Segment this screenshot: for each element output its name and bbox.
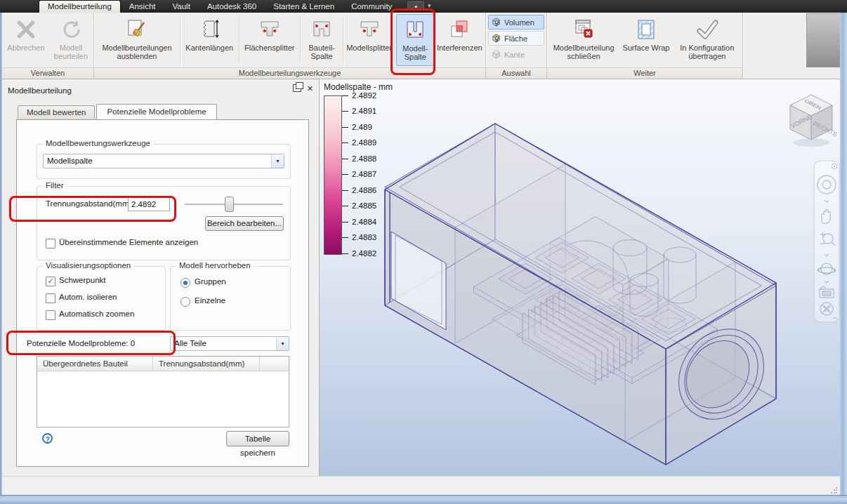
- volumen-label: Volumen: [504, 18, 534, 27]
- groupbox-label: Modell hervorheben: [176, 261, 254, 270]
- edge-length-icon: [197, 15, 221, 44]
- abbrechen-button[interactable]: Abbrechen: [3, 14, 49, 66]
- kantenlaengen-label: Kantenlängen: [185, 44, 233, 52]
- part-gap-icon: [310, 15, 334, 44]
- edge-select-icon: [491, 49, 501, 60]
- group-label-weiter: Weiter: [547, 67, 742, 79]
- groupbox-label: Visualisierungsoptionen: [43, 261, 133, 270]
- ribbon-collapse-icon: ▲: [407, 1, 424, 11]
- menu-tab-community[interactable]: Community: [343, 1, 400, 13]
- cancel-x-icon: [14, 15, 38, 44]
- flaechensplitter-label: Flächensplitter: [244, 44, 295, 52]
- problems-table[interactable]: Übergeordnetes Bauteil Trennungsabstand(…: [37, 356, 289, 427]
- tab-modell-bewerten[interactable]: Modell bewerten: [18, 105, 95, 119]
- modellsplitter-button[interactable]: Modellsplitter: [344, 14, 394, 66]
- groupbox-visualisierung: Visualisierungsoptionen ✓ Schwerpunkt Au…: [37, 266, 166, 331]
- gruppen-radio[interactable]: [180, 278, 190, 288]
- flaechensplitter-button[interactable]: Flächensplitter: [240, 14, 299, 66]
- resize-grip-icon[interactable]: [830, 487, 837, 494]
- panel-tabs: Modell bewerten Potenzielle Modellproble…: [18, 104, 218, 119]
- matching-elements-checkbox[interactable]: [46, 239, 55, 248]
- tool-dropdown[interactable]: Modellspalte ▼: [43, 154, 284, 168]
- einzelne-label: Einzelne: [195, 296, 225, 305]
- ribbon-group-werkzeuge: Modellbeurteilungen ausblenden Kantenlän…: [94, 13, 486, 79]
- autom-isolieren-checkbox[interactable]: [46, 293, 55, 303]
- chevron-down-icon: ▼: [271, 154, 284, 168]
- in-konfiguration-button[interactable]: In Konfiguration übertragen: [673, 14, 742, 66]
- modell-beurteilen-button[interactable]: Modell beurteilen: [49, 14, 93, 66]
- interference-icon: [447, 15, 471, 44]
- bereich-bearbeiten-button[interactable]: Bereich bearbeiten...: [205, 216, 284, 231]
- groupbox-filter: Filter Trennungsabstand(mm) Bereich bear…: [37, 186, 291, 260]
- modellbeurteilung-schliessen-button[interactable]: Modellbeurteilung schließen: [548, 14, 619, 66]
- viewport-3d[interactable]: Modellspalte - mm 2.4892 2.4891 2.489 2.…: [320, 79, 840, 476]
- kantenlaengen-button[interactable]: Kantenlängen: [181, 14, 238, 66]
- panel-float-icon[interactable]: [293, 84, 301, 92]
- menu-tab-ansicht[interactable]: Ansicht: [121, 1, 164, 13]
- face-splitter-icon: [257, 15, 282, 44]
- tab-potenzielle-modellprobleme[interactable]: Potenzielle Modellprobleme: [96, 104, 216, 119]
- chevron-down-icon: ▼: [276, 337, 289, 350]
- model-3d[interactable]: [320, 79, 840, 476]
- interferenzen-button[interactable]: Interferenzen: [435, 14, 485, 66]
- distance-slider-track[interactable]: [185, 204, 283, 206]
- modell-beurteilen-label: Modell beurteilen: [51, 44, 91, 60]
- page-broom-icon: [125, 15, 149, 44]
- automatisch-zoomen-checkbox[interactable]: [46, 310, 55, 320]
- modellbeurteilung-panel: Modellbeurteilung ✕ Modell bewerten Pote…: [2, 79, 320, 476]
- flaeche-label: Fläche: [504, 34, 527, 43]
- menu-tab-modellbeurteilung[interactable]: Modellbeurteilung: [39, 0, 121, 13]
- volumen-button[interactable]: Volumen: [488, 15, 544, 29]
- volume-select-icon: [491, 17, 501, 27]
- group-label-auswahl: Auswahl: [486, 67, 546, 79]
- ribbon: Abbrechen Modell beurteilen Verwalten: [2, 13, 840, 79]
- problems-count-label: Potenzielle Modellprobleme: 0: [27, 339, 135, 347]
- separator: [180, 16, 180, 64]
- flaeche-button[interactable]: Fläche: [488, 31, 544, 46]
- modell-spalte-button[interactable]: Modell-Spalte: [396, 14, 435, 66]
- column-uebergeordnetes-bauteil[interactable]: Übergeordnetes Bauteil: [37, 357, 153, 371]
- bauteil-spalte-button[interactable]: Bauteil-Spalte: [301, 14, 342, 66]
- ribbon-group-auswahl: Volumen Fläche Kante Auswahl: [486, 13, 547, 79]
- separator: [343, 16, 343, 64]
- help-icon[interactable]: ?: [42, 433, 53, 444]
- kante-label: Kante: [504, 51, 525, 59]
- application-window: { "menu": { "tabs": [ {"label": "Modellb…: [0, 0, 847, 504]
- groupbox-label: Filter: [43, 181, 67, 190]
- face-select-icon: [491, 33, 501, 44]
- autom-isolieren-label: Autom. isolieren: [59, 293, 117, 301]
- modell-spalte-label: Modell-Spalte: [399, 44, 432, 61]
- column-trennungsabstand[interactable]: Trennungsabstand(mm): [153, 357, 260, 371]
- parts-dropdown[interactable]: Alle Teile ▼: [170, 336, 289, 351]
- ribbon-group-verwalten: Abbrechen Modell beurteilen Verwalten: [2, 13, 94, 79]
- surface-wrap-button[interactable]: Surface Wrap: [619, 14, 672, 66]
- gruppen-label: Gruppen: [195, 277, 226, 286]
- window-border-right: [840, 13, 847, 504]
- schwerpunkt-checkbox[interactable]: ✓: [46, 277, 55, 286]
- einzelne-radio[interactable]: [180, 297, 190, 307]
- groupbox-modell-hervorheben: Modell hervorheben Gruppen Einzelne: [170, 266, 291, 331]
- surface-wrap-icon: [634, 15, 658, 44]
- ribbon-collapse-control[interactable]: ▲ ▼: [407, 1, 432, 13]
- menu-tab-autodesk360[interactable]: Autodesk 360: [199, 1, 265, 13]
- modellbeurteilungen-ausblenden-button[interactable]: Modellbeurteilungen ausblenden: [95, 14, 179, 66]
- table-body-empty: [37, 371, 289, 427]
- matching-elements-label: Übereinstimmende Elemente anzeigen: [59, 238, 198, 246]
- groupbox-modellbewertungswerkzeuge: Modellbewertungswerkzeuge Modellspalte ▼: [37, 144, 291, 179]
- separator: [239, 16, 239, 64]
- model-gap-icon: [403, 16, 427, 44]
- distance-slider-handle[interactable]: [225, 197, 234, 212]
- table-header: Übergeordnetes Bauteil Trennungsabstand(…: [37, 357, 289, 371]
- window-border-left: [0, 13, 2, 504]
- tabelle-speichern-button[interactable]: Tabelle speichern: [226, 431, 289, 446]
- schwerpunkt-label: Schwerpunkt: [59, 276, 105, 284]
- panel-close-icon[interactable]: ✕: [307, 85, 313, 92]
- in-konfiguration-label: In Konfiguration übertragen: [675, 44, 740, 60]
- schliessen-label: Modellbeurteilung schließen: [550, 44, 617, 60]
- distance-input[interactable]: [128, 197, 170, 211]
- viewcube[interactable]: OBEN VORNE RECHTS: [783, 89, 839, 150]
- menu-tab-vault[interactable]: Vault: [164, 1, 199, 13]
- kante-button[interactable]: Kante: [488, 47, 544, 62]
- menu-tab-starten-lernen[interactable]: Starten & Lernen: [265, 1, 343, 13]
- interferenzen-label: Interferenzen: [437, 44, 482, 52]
